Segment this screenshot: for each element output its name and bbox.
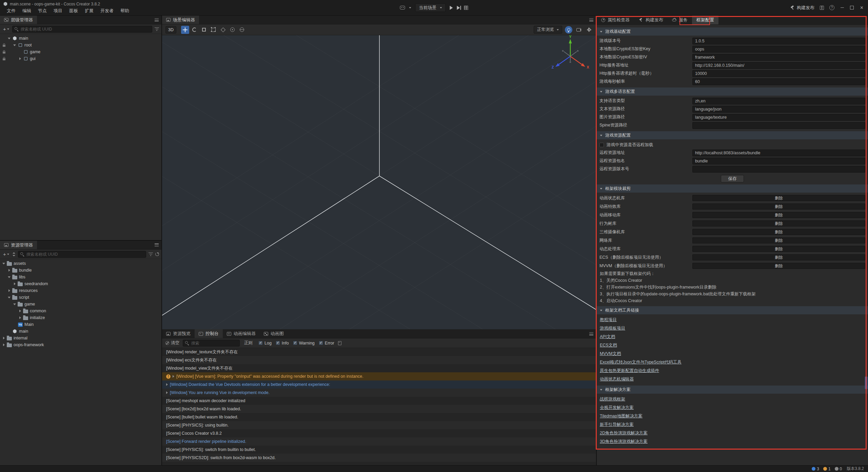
- section-header-3[interactable]: 框架模块裁剪: [597, 184, 868, 193]
- expand-arrow[interactable]: [7, 38, 12, 39]
- field-input[interactable]: [692, 70, 865, 77]
- hierarchy-searchbox[interactable]: [12, 26, 152, 33]
- doc-link[interactable]: 全栈开发解决方案: [600, 405, 634, 411]
- step-button[interactable]: [457, 6, 460, 10]
- remote-load-checkbox[interactable]: [599, 143, 604, 147]
- asset-node-common[interactable]: common: [0, 308, 161, 314]
- assets-filter-icon[interactable]: [149, 253, 153, 256]
- log-row[interactable]: [Scene] [box2d]:box2d wasm lib loaded.: [162, 405, 596, 413]
- doc-link[interactable]: ECS文档: [600, 342, 617, 348]
- camera-button[interactable]: [575, 26, 583, 34]
- preview-dropdown-arrow[interactable]: [409, 7, 411, 8]
- tab-anim-editor[interactable]: 动画编辑器: [223, 329, 260, 338]
- tool-scale-button[interactable]: [200, 26, 208, 34]
- expand-arrow[interactable]: [7, 269, 12, 272]
- package-icon[interactable]: [820, 6, 824, 10]
- tool-move-button[interactable]: [181, 26, 189, 34]
- tab-inspector[interactable]: 属性检查器: [597, 16, 634, 24]
- assets-search-input[interactable]: [26, 252, 144, 257]
- expand-arrow[interactable]: [1, 263, 6, 264]
- delete-button[interactable]: 删除: [692, 229, 865, 235]
- expand-arrow[interactable]: [18, 57, 22, 60]
- field-input[interactable]: [692, 106, 865, 113]
- axis-gizmo[interactable]: Y X Z: [548, 35, 592, 77]
- expand-arrow[interactable]: [7, 276, 12, 278]
- field-input[interactable]: [692, 62, 865, 69]
- log-row[interactable]: [Scene] [PHYSICS]: using builtin.: [162, 421, 596, 429]
- doc-link[interactable]: 原生包热更新配置自动生成插件: [600, 368, 659, 374]
- asset-node-resources[interactable]: resources: [0, 287, 161, 294]
- log-row[interactable]: [Scene] [PHYSICS2D]: switch from box2d-w…: [162, 454, 596, 462]
- tab-build[interactable]: 构建发布: [634, 16, 668, 24]
- expand-arrow[interactable]: [18, 316, 22, 319]
- asset-node-initialize[interactable]: initialize: [0, 314, 161, 321]
- doc-link[interactable]: 教程项目: [600, 317, 617, 323]
- layout-grid-icon[interactable]: [464, 6, 468, 10]
- menu-item-node[interactable]: 节点: [35, 7, 50, 15]
- tool-pivot-button[interactable]: [229, 26, 237, 34]
- panel-tab-assets[interactable]: 资源管理器: [0, 241, 37, 249]
- tab-console[interactable]: 控制台: [195, 329, 223, 338]
- status-error-badge[interactable]: 0: [835, 467, 842, 471]
- hierarchy-node-game[interactable]: game: [0, 48, 161, 55]
- hierarchy-node-gui[interactable]: gui: [0, 55, 161, 62]
- delete-button[interactable]: 删除: [692, 254, 865, 260]
- doc-link[interactable]: 2D角色扮演游戏解决方案: [600, 430, 648, 436]
- preview-device-icon[interactable]: [400, 6, 405, 9]
- 3d-mode-button[interactable]: 3D: [165, 26, 176, 34]
- delete-button[interactable]: 删除: [692, 195, 865, 201]
- expand-arrow[interactable]: [18, 310, 22, 312]
- tab-service[interactable]: 服务: [668, 16, 692, 24]
- console-search-input[interactable]: [191, 341, 237, 346]
- sort-icon[interactable]: [12, 252, 16, 256]
- asset-node-seedrandom[interactable]: seedrandom: [0, 280, 161, 287]
- minimize-button[interactable]: [840, 5, 844, 10]
- clear-button[interactable]: 清空: [164, 340, 180, 346]
- section-header-2[interactable]: 游戏资源配置: [597, 131, 868, 139]
- delete-button[interactable]: 删除: [692, 263, 865, 269]
- section-header-4[interactable]: 框架文档工具链接: [597, 306, 868, 314]
- lightbulb-button[interactable]: [565, 26, 572, 34]
- tab-framework-config[interactable]: 框架配置: [692, 16, 718, 24]
- log-row[interactable]: [Window] Download the Vue Devtools exten…: [162, 380, 596, 389]
- log-row[interactable]: [Window] ecs文件夹不存在: [162, 356, 596, 364]
- expand-arrow[interactable]: [12, 282, 17, 285]
- hierarchy-node-root[interactable]: root: [0, 42, 161, 48]
- doc-link[interactable]: 战棋游戏框架: [600, 396, 625, 402]
- save-button[interactable]: 保存: [721, 175, 744, 182]
- scene-viewport[interactable]: Y X Z: [162, 35, 596, 329]
- doc-link[interactable]: MVVM文档: [600, 351, 621, 357]
- view-mode-select[interactable]: 正常浏览: [534, 26, 562, 34]
- doc-link[interactable]: 动画状态机编辑器: [600, 376, 634, 382]
- doc-link[interactable]: Excel格式转Json文件与TypeScript代码工具: [600, 359, 682, 365]
- expand-arrow[interactable]: [166, 391, 168, 394]
- field-input[interactable]: [692, 150, 865, 156]
- filter-checkbox-info[interactable]: Info: [276, 341, 289, 346]
- filter-checkbox-warning[interactable]: Warning: [293, 341, 315, 346]
- asset-node-libs[interactable]: libs: [0, 274, 161, 280]
- log-row[interactable]: [Window] model_view文件夹不存在: [162, 364, 596, 372]
- build-publish-button[interactable]: 构建发布: [790, 5, 814, 11]
- hierarchy-filter-icon[interactable]: [155, 27, 159, 31]
- doc-link[interactable]: API文档: [600, 334, 615, 340]
- log-row[interactable]: [Scene] [bullet]:bullet wasm lib loaded.: [162, 413, 596, 421]
- asset-node-assets[interactable]: assets: [0, 260, 161, 267]
- expand-arrow[interactable]: [7, 289, 12, 292]
- field-input[interactable]: [692, 38, 865, 44]
- field-input[interactable]: [692, 98, 865, 104]
- regex-toggle[interactable]: 正则: [242, 340, 255, 346]
- gear-button[interactable]: [585, 26, 593, 34]
- field-input[interactable]: [692, 54, 865, 61]
- asset-node-game[interactable]: game: [0, 301, 161, 308]
- menu-item-project[interactable]: 项目: [50, 7, 66, 15]
- section-header-5[interactable]: 框架解决方案: [597, 386, 868, 394]
- doc-link[interactable]: Tiledmap地图解决方案: [600, 413, 643, 419]
- section-header-0[interactable]: 游戏基础配置: [597, 27, 868, 36]
- console-searchbox[interactable]: [183, 340, 240, 347]
- tool-rect-button[interactable]: [210, 26, 218, 34]
- create-asset-button[interactable]: +: [2, 252, 10, 257]
- filter-checkbox-error[interactable]: Error: [319, 341, 334, 346]
- filter-checkbox-log[interactable]: Log: [258, 341, 272, 346]
- asset-node-main[interactable]: main: [0, 328, 161, 335]
- field-input[interactable]: [692, 114, 865, 121]
